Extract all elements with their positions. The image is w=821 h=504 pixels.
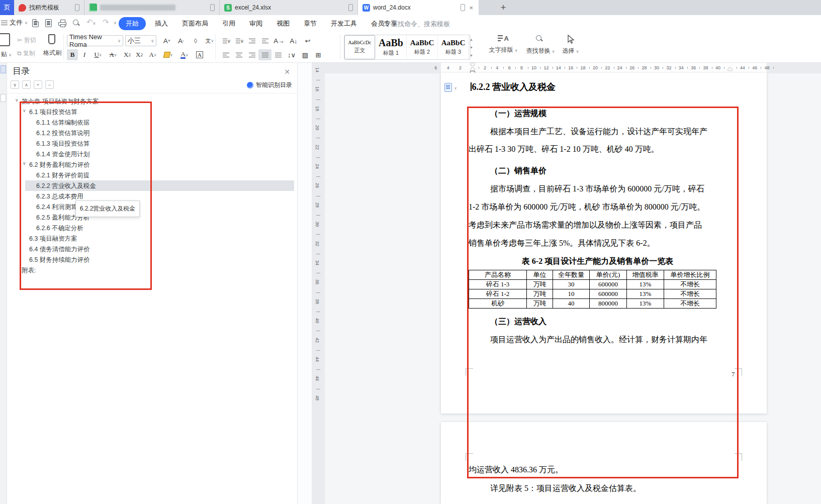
paragraph-layout-icon[interactable]: [444, 83, 452, 92]
home-tab[interactable]: 页: [0, 0, 14, 15]
menu-tab-视图[interactable]: 视图: [271, 17, 295, 30]
font-color-button[interactable]: A∨: [177, 49, 192, 60]
toc-zoom-in-icon[interactable]: +: [34, 80, 42, 89]
align-justify-icon[interactable]: [258, 49, 271, 60]
align-left-icon[interactable]: [219, 49, 232, 60]
toc-item[interactable]: 6.3 项目融资方案: [7, 233, 298, 244]
save-icon[interactable]: [45, 19, 54, 28]
toc-collapse-all-icon[interactable]: ∧: [22, 80, 31, 89]
chevron-down-icon[interactable]: ∨: [23, 108, 26, 113]
new-tab-button[interactable]: +: [497, 1, 510, 14]
decrease-font-size-button[interactable]: A-: [175, 35, 187, 46]
increase-indent-icon[interactable]: [258, 35, 271, 46]
font-size-combobox[interactable]: 小三∨: [125, 35, 156, 46]
gallery-scroll-down-icon[interactable]: ▼: [470, 46, 473, 49]
toc-item[interactable]: 6.2.4 利润测算: [7, 201, 298, 212]
style-标题 3[interactable]: AaBbC标题 3: [438, 35, 469, 59]
toc-item[interactable]: 6.2.2 营业收入及税金: [7, 180, 298, 191]
wrap-icon[interactable]: ↩: [301, 35, 315, 46]
document-tab-excel[interactable]: Sexcel_24.xlsx: [220, 0, 358, 15]
align-right-icon[interactable]: [245, 49, 258, 60]
align-distribute-icon[interactable]: [271, 49, 285, 60]
toc-item[interactable]: 6.2.5 盈利能力分析: [7, 212, 298, 223]
first-line-indent-marker[interactable]: [470, 63, 475, 66]
chevron-down-icon[interactable]: ∨: [23, 161, 26, 166]
character-scale-icon[interactable]: A→: [271, 35, 287, 46]
document-tab-docer[interactable]: 找稻壳模板: [14, 0, 84, 15]
align-center-icon[interactable]: [232, 49, 245, 60]
pinyin-guide-button[interactable]: 文∨: [203, 35, 216, 46]
find-replace-button[interactable]: 查找替换 ∨: [524, 35, 557, 55]
copy-button[interactable]: ⧉ 复制: [17, 49, 35, 58]
gallery-scroll-up-icon[interactable]: ▲: [470, 38, 473, 41]
bookmark-panel-icon[interactable]: [1, 94, 6, 102]
hanging-indent-marker[interactable]: [470, 67, 475, 70]
document-tab-redacted[interactable]: [84, 0, 220, 15]
menu-tab-页面布局[interactable]: 页面布局: [177, 17, 213, 30]
menu-tab-插入[interactable]: 插入: [150, 17, 173, 30]
select-button[interactable]: 选择 ∨: [559, 35, 582, 55]
paste-button[interactable]: 贴 ∨: [0, 33, 13, 59]
borders-icon[interactable]: ⊞: [312, 49, 325, 60]
strikethrough-button[interactable]: A∨: [106, 49, 120, 60]
line-spacing-icon[interactable]: ↕∨: [285, 49, 299, 60]
document-page-1[interactable]: ∨ 6.2.2 营业收入及税金 （一）运营规模根据本项目生产工艺、设备运行能力，…: [441, 73, 767, 414]
text-layout-button[interactable]: A 文字排版 ∨: [485, 35, 521, 54]
undo-icon[interactable]: ↶∨: [86, 18, 95, 26]
toc-item[interactable]: 6.1.1 估算编制依据: [7, 117, 298, 128]
command-search[interactable]: 查找命令、搜索模板: [381, 20, 450, 29]
new-document-icon[interactable]: [32, 19, 41, 28]
numbered-list-icon[interactable]: ∨: [232, 35, 245, 46]
toc-item[interactable]: 6.2.6 不确定分析: [7, 223, 298, 233]
toc-item[interactable]: 6.5 财务持续能力评价: [7, 254, 298, 265]
format-painter-button[interactable]: 格式刷: [43, 34, 60, 57]
print-preview-icon[interactable]: [72, 19, 81, 28]
sort-icon[interactable]: A↓: [287, 35, 301, 46]
tab-close-icon[interactable]: ×: [468, 4, 474, 12]
file-menu-button[interactable]: 文件∨: [1, 18, 28, 27]
bold-button[interactable]: B: [67, 49, 78, 60]
superscript-button[interactable]: X2: [121, 49, 133, 60]
decrease-indent-icon[interactable]: [245, 35, 258, 46]
text-effects-button[interactable]: A∨: [146, 49, 159, 60]
toc-item[interactable]: ∨6.2 财务盈利能力评价: [7, 159, 298, 170]
toc-item[interactable]: ∨第六章 项目融资与财务方案: [7, 96, 298, 107]
toc-item[interactable]: 6.1.4 资金使用计划: [7, 149, 298, 159]
toc-panel-toggle-icon[interactable]: [1, 65, 6, 73]
menu-tab-开始[interactable]: 开始: [119, 17, 146, 30]
subscript-button[interactable]: X2: [133, 49, 145, 60]
document-tab-word[interactable]: Wword_24.docx×: [358, 0, 479, 15]
toc-close-icon[interactable]: ✕: [284, 68, 290, 76]
toc-zoom-out-icon[interactable]: −: [45, 80, 54, 89]
font-family-combobox[interactable]: Times New Roma∨: [67, 35, 123, 46]
italic-button[interactable]: I: [80, 49, 89, 60]
smart-toc-button[interactable]: 智能识别目录: [247, 81, 292, 89]
mobile-sync-icon[interactable]: [210, 4, 215, 11]
toc-item[interactable]: 6.2.3 总成本费用: [7, 191, 298, 201]
right-indent-marker[interactable]: [727, 67, 733, 70]
toc-item[interactable]: 6.2.1 财务评价前提: [7, 170, 298, 180]
document-page-2[interactable]: 均运营收入 4836.36 万元。详见附表 5：项目运营收入及税金估算表。: [441, 422, 767, 504]
menu-tab-引用[interactable]: 引用: [217, 17, 240, 30]
toc-item[interactable]: 附表:: [7, 265, 298, 275]
increase-font-size-button[interactable]: A+: [161, 35, 173, 46]
underline-button[interactable]: U∨: [91, 49, 105, 60]
mobile-sync-icon[interactable]: [75, 4, 79, 11]
gallery-expand-icon[interactable]: ▼: [470, 54, 473, 57]
menu-tab-章节[interactable]: 章节: [299, 17, 322, 30]
mobile-sync-icon[interactable]: [461, 4, 465, 11]
bullet-list-icon[interactable]: ∨: [219, 35, 232, 46]
character-border-button[interactable]: A: [194, 49, 206, 60]
toc-item[interactable]: 6.1.2 投资估算说明: [7, 128, 298, 138]
style-正文[interactable]: AaBbCcDc正文: [344, 35, 376, 59]
redo-icon[interactable]: ↷: [103, 18, 111, 26]
toc-expand-all-icon[interactable]: ∨: [11, 80, 19, 89]
style-标题 1[interactable]: AaBb标题 1: [376, 35, 407, 59]
menu-tab-审阅[interactable]: 审阅: [244, 17, 267, 30]
mobile-sync-icon[interactable]: [348, 4, 353, 11]
toc-item[interactable]: ∨6.1 项目投资估算: [7, 107, 298, 117]
style-标题 2[interactable]: AaBbC标题 2: [407, 35, 438, 59]
toc-item[interactable]: 6.4 债务清偿能力评价: [7, 244, 298, 254]
clear-format-icon[interactable]: ◊: [190, 35, 201, 46]
shading-icon[interactable]: ▨: [299, 49, 312, 60]
